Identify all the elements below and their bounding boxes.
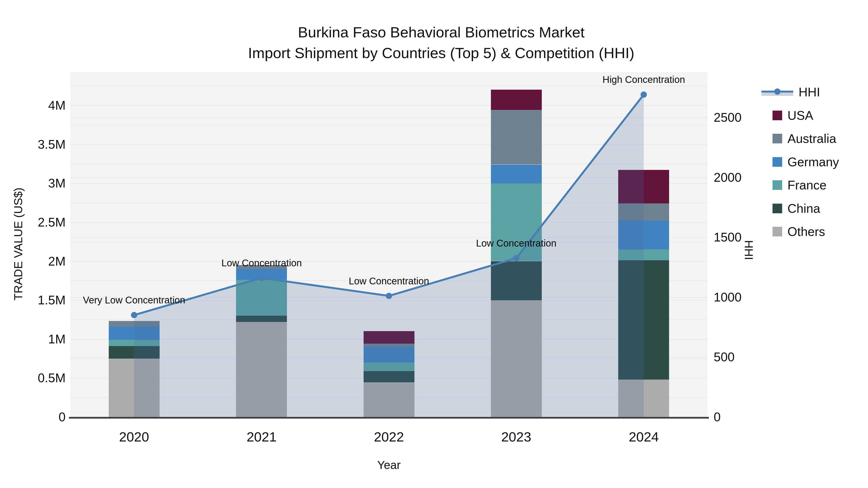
- gridline-left: [70, 105, 707, 106]
- y-right-tick-label: 2500: [714, 110, 772, 125]
- bar-2023-germany: [491, 165, 542, 184]
- figure: Burkina Faso Behavioral Biometrics Marke…: [0, 0, 868, 488]
- gridline-left: [70, 144, 707, 145]
- gridline-left: [70, 164, 707, 164]
- y-right-axis-title: HHI: [742, 214, 755, 286]
- legend-item-australia[interactable]: Australia: [773, 131, 836, 146]
- legend-item-others[interactable]: Others: [773, 224, 825, 239]
- legend-swatch-others: [773, 227, 782, 236]
- bar-2024-china: [618, 260, 669, 380]
- legend-item-hhi[interactable]: HHI: [762, 85, 820, 99]
- y-left-tick-label: 0: [8, 410, 66, 424]
- legend-label: Australia: [787, 131, 836, 146]
- annotation-2022: Low Concentration: [349, 276, 429, 287]
- bar-2023-china: [491, 261, 542, 300]
- x-tick-label-2021: 2021: [247, 429, 277, 445]
- gridline-left: [70, 320, 707, 320]
- legend-swatch-australia: [773, 134, 782, 143]
- y-right-tick-label: 0: [714, 410, 772, 424]
- gridline-left: [70, 222, 707, 223]
- gridline-left: [70, 183, 707, 184]
- bar-2020-australia: [109, 321, 160, 327]
- legend-item-china[interactable]: China: [773, 201, 820, 216]
- y-left-axis-title: TRADE VALUE (US$): [11, 160, 25, 328]
- bar-2021-china: [236, 316, 287, 322]
- y-left-tick-label: 3.5M: [8, 137, 66, 152]
- x-tick-label-2024: 2024: [629, 429, 659, 445]
- annotation-2023: Low Concentration: [476, 238, 557, 249]
- legend-label: Others: [787, 224, 825, 239]
- x-axis-line: [69, 417, 709, 419]
- legend-item-france[interactable]: France: [773, 178, 827, 192]
- bar-2022-france: [364, 362, 414, 371]
- y-right-tick-label: 2000: [714, 170, 772, 185]
- y-left-tick-label: 1M: [8, 332, 66, 346]
- bar-2021-france: [236, 280, 287, 316]
- bar-2023-others: [491, 300, 542, 417]
- y-right-tick-label: 500: [714, 350, 772, 364]
- bar-2023-australia: [491, 110, 542, 164]
- bar-2024-others: [618, 380, 669, 417]
- bar-2024-france: [618, 250, 669, 260]
- annotation-2020: Very Low Concentration: [83, 295, 185, 305]
- gridline-left: [70, 261, 707, 262]
- bar-2020-china: [109, 346, 160, 359]
- y-right-tick-label: 1000: [714, 290, 772, 304]
- legend-item-germany[interactable]: Germany: [773, 155, 839, 169]
- bar-2021-others: [236, 322, 287, 417]
- x-tick-label-2020: 2020: [119, 429, 149, 445]
- chart-title-line2: Import Shipment by Countries (Top 5) & C…: [248, 44, 634, 61]
- x-tick-label-2022: 2022: [374, 429, 404, 445]
- annotation-2024: High Concentration: [602, 74, 685, 85]
- bar-2020-france: [109, 340, 160, 346]
- gridline-left: [70, 203, 707, 203]
- x-tick-label-2023: 2023: [501, 429, 531, 445]
- bar-2022-germany: [364, 347, 414, 362]
- annotation-2021: Low Concentration: [221, 258, 302, 268]
- legend-swatch-china: [773, 204, 782, 213]
- bar-2023-france: [491, 183, 542, 261]
- bar-2022-china: [364, 371, 414, 383]
- bar-2023-usa: [491, 90, 542, 110]
- legend-swatch-france: [773, 180, 782, 190]
- gridline-left: [70, 242, 707, 242]
- gridline-left: [70, 86, 707, 86]
- legend-item-usa[interactable]: USA: [773, 108, 813, 123]
- bar-2024-australia: [618, 203, 669, 221]
- bar-2022-usa: [364, 331, 414, 344]
- legend-label: Germany: [787, 155, 839, 169]
- legend-label: France: [787, 178, 827, 192]
- bar-2024-usa: [618, 170, 669, 203]
- legend-swatch-usa: [773, 110, 782, 120]
- bar-2022-others: [364, 383, 414, 417]
- gridline-right: [70, 177, 707, 178]
- hhi-legend-marker-dot: [774, 89, 780, 95]
- legend-swatch-germany: [773, 157, 782, 167]
- bar-2022-australia: [364, 344, 414, 347]
- gridline-left: [70, 125, 707, 125]
- y-left-tick-label: 0.5M: [8, 371, 66, 385]
- chart-title-line1: Burkina Faso Behavioral Biometrics Marke…: [298, 24, 585, 41]
- y-left-tick-label: 4M: [8, 98, 66, 112]
- x-axis-title: Year: [377, 458, 401, 471]
- bar-2020-germany: [109, 327, 160, 340]
- legend-label: HHI: [799, 85, 820, 99]
- hhi-legend-sample-icon: [762, 87, 793, 97]
- bar-2020-others: [109, 359, 160, 417]
- legend-label: USA: [787, 108, 813, 123]
- bar-2024-germany: [618, 221, 669, 250]
- bar-2021-germany: [236, 269, 287, 280]
- gridline-right: [70, 117, 707, 118]
- gridline-right: [70, 237, 707, 238]
- legend-label: China: [787, 201, 820, 216]
